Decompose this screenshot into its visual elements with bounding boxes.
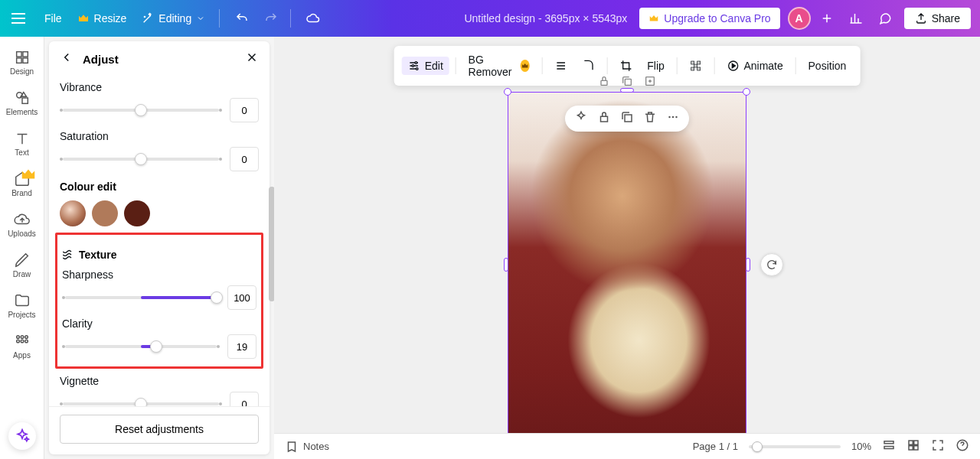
sharpness-slider[interactable] xyxy=(62,291,220,304)
close-button[interactable] xyxy=(245,50,259,67)
svg-point-8 xyxy=(24,336,28,339)
reset-adjustments-button[interactable]: Reset adjustments xyxy=(60,415,259,444)
panel-scroll[interactable]: Vibrance 0 Saturation 0 xyxy=(49,76,270,406)
align-button[interactable] xyxy=(548,57,573,75)
add-page-icon[interactable] xyxy=(644,75,656,90)
svg-rect-18 xyxy=(691,67,694,70)
svg-rect-21 xyxy=(601,80,607,85)
svg-rect-24 xyxy=(601,116,608,122)
colour-swatch-1[interactable] xyxy=(60,200,86,226)
rail-apps[interactable]: Apps xyxy=(0,327,44,366)
rail-text[interactable]: Text xyxy=(0,124,44,163)
crown-icon xyxy=(520,60,529,72)
resize-handle[interactable] xyxy=(504,88,511,96)
upgrade-button[interactable]: Upgrade to Canva Pro xyxy=(639,8,779,29)
lock-icon[interactable] xyxy=(597,110,611,127)
colour-swatch-2[interactable] xyxy=(92,200,118,226)
rail-projects[interactable]: Projects xyxy=(0,286,44,325)
image-placeholder xyxy=(508,92,746,438)
position-button[interactable]: Position xyxy=(802,57,853,75)
document-title[interactable]: Untitled design - 3695px × 5543px xyxy=(464,12,627,24)
help-icon[interactable] xyxy=(956,438,969,454)
ai-icon[interactable] xyxy=(574,110,588,127)
svg-rect-16 xyxy=(694,64,697,67)
cloud-sync-icon[interactable] xyxy=(300,5,326,31)
vignette-slider[interactable] xyxy=(60,398,222,406)
svg-rect-32 xyxy=(914,441,918,444)
file-label: File xyxy=(44,12,62,24)
svg-rect-15 xyxy=(691,61,694,64)
top-bar: File Resize Editing Untitled design - 36… xyxy=(0,0,980,37)
clarity-value[interactable]: 19 xyxy=(227,334,256,359)
vignette-label: Vignette xyxy=(60,375,259,387)
zoom-slider[interactable] xyxy=(749,445,841,448)
vibrance-value[interactable]: 0 xyxy=(230,98,259,122)
resize-handle[interactable] xyxy=(504,258,508,272)
view-list-icon[interactable] xyxy=(882,438,896,454)
notes-button[interactable]: Notes xyxy=(285,440,329,454)
colour-swatches xyxy=(60,200,259,226)
clarity-slider[interactable] xyxy=(62,340,220,353)
copy-icon[interactable] xyxy=(620,110,634,127)
vibrance-slider[interactable] xyxy=(60,104,222,116)
redo-button[interactable] xyxy=(258,5,284,31)
magic-ai-button[interactable] xyxy=(8,422,36,450)
transparency-button[interactable] xyxy=(684,57,708,75)
selected-image[interactable] xyxy=(508,92,746,438)
svg-rect-3 xyxy=(22,58,27,63)
svg-rect-31 xyxy=(909,441,913,444)
resize-handle[interactable] xyxy=(743,88,750,96)
add-member-button[interactable] xyxy=(814,5,840,31)
svg-rect-19 xyxy=(697,67,701,70)
page-indicator[interactable]: Page 1 / 1 xyxy=(693,441,738,452)
animate-button[interactable]: Animate xyxy=(720,57,789,75)
edit-button[interactable]: Edit xyxy=(402,57,449,75)
svg-point-10 xyxy=(21,340,24,343)
rail-brand[interactable]: Brand xyxy=(0,164,44,203)
analytics-icon[interactable] xyxy=(843,5,869,31)
more-icon[interactable] xyxy=(666,110,680,127)
trash-icon[interactable] xyxy=(643,110,657,127)
svg-rect-0 xyxy=(16,52,21,57)
crop-button[interactable] xyxy=(613,57,638,75)
rail-uploads[interactable]: Uploads xyxy=(0,205,44,244)
bottom-bar: Notes Page 1 / 1 10% xyxy=(274,433,980,459)
rail-draw[interactable]: Draw xyxy=(0,246,44,285)
menu-hamburger-icon[interactable] xyxy=(9,9,28,28)
avatar[interactable]: A xyxy=(788,7,811,30)
resize-button[interactable]: Resize xyxy=(70,8,135,29)
sharpness-value[interactable]: 100 xyxy=(227,285,256,310)
editing-dropdown[interactable]: Editing xyxy=(134,8,213,29)
back-button[interactable] xyxy=(60,50,74,67)
rail-elements[interactable]: Elements xyxy=(0,83,44,122)
rail-design[interactable]: Design xyxy=(0,43,44,82)
bg-remover-button[interactable]: BG Remover xyxy=(462,50,536,81)
svg-rect-34 xyxy=(914,446,918,450)
avatar-initial: A xyxy=(795,12,803,24)
lock-icon[interactable] xyxy=(598,75,610,90)
svg-point-12 xyxy=(415,62,417,64)
corner-radius-button[interactable] xyxy=(576,57,600,75)
vignette-value[interactable]: 0 xyxy=(230,392,259,406)
resize-handle[interactable] xyxy=(620,88,634,93)
rotate-button[interactable] xyxy=(760,253,783,276)
canvas-area[interactable]: Edit BG Remover Flip Animate Position xyxy=(274,37,980,433)
share-button[interactable]: Share xyxy=(904,8,971,29)
panel-title: Adjust xyxy=(83,53,236,66)
svg-rect-17 xyxy=(697,61,701,64)
file-menu[interactable]: File xyxy=(37,8,70,29)
saturation-value[interactable]: 0 xyxy=(230,147,259,171)
saturation-slider[interactable] xyxy=(60,153,222,165)
undo-button[interactable] xyxy=(229,5,255,31)
flip-button[interactable]: Flip xyxy=(641,57,671,75)
fullscreen-icon[interactable] xyxy=(931,438,945,454)
resize-label: Resize xyxy=(94,12,127,24)
resize-handle[interactable] xyxy=(746,258,750,272)
colour-edit-heading: Colour edit xyxy=(60,181,259,193)
zoom-value[interactable]: 10% xyxy=(851,441,871,452)
magic-wand-icon xyxy=(142,12,154,24)
comment-icon[interactable] xyxy=(872,5,898,31)
animate-icon xyxy=(727,60,739,72)
colour-swatch-3[interactable] xyxy=(124,200,150,226)
view-grid-icon[interactable] xyxy=(906,438,920,454)
